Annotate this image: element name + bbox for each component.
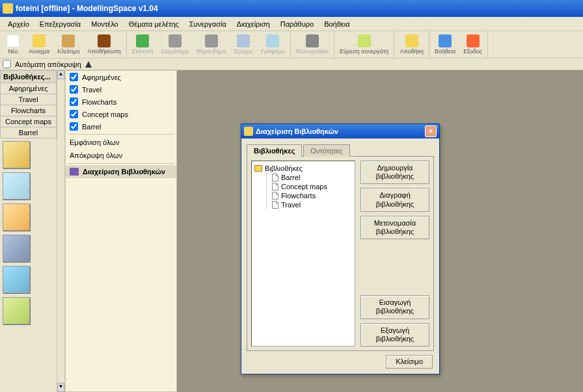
dialog-title: Διαχείριση Βιβλιοθηκών [256,127,338,135]
delete-library-button[interactable]: Διαγραφή βιβλιοθήκης [360,188,429,211]
library-tree[interactable]: Βιβλιοθήκες Barrel Concept maps Flowchar… [251,161,355,346]
manage-libraries-item[interactable]: Διαχείριση Βιβλιοθηκών [66,165,176,178]
loop-button[interactable]: Βρόχος [230,31,257,58]
checkbox[interactable] [70,73,78,81]
check-row[interactable]: Travel [66,83,176,96]
help-button[interactable]: Βοήθεια [431,31,459,58]
check-row[interactable]: Barrel [66,120,176,133]
library-header[interactable]: Βιβλιοθήκες... [0,70,57,83]
close-button[interactable]: Κλείσιμο [53,31,83,58]
dialog-titlebar[interactable]: Διαχείριση Βιβλιοθηκών × [241,124,439,138]
rename-library-button[interactable]: Μετονομασία βιβλιοθήκης [360,216,429,239]
exit-button[interactable]: Εξοδος [459,31,486,58]
checkbox[interactable] [70,110,78,118]
app-icon [3,3,13,14]
tree-root[interactable]: Βιβλιοθήκες [254,164,352,173]
save-button[interactable]: Αποθήκευση [84,31,125,58]
create-library-button[interactable]: Δημιουργία βιβλιοθήκης [360,161,429,184]
close-icon [62,34,75,47]
thumbnail-item[interactable] [3,141,30,168]
sidebar-tab-barrel[interactable]: Barrel [0,127,57,138]
checkbox[interactable] [70,85,78,94]
new-icon [7,34,20,47]
thumbnail-item[interactable] [3,297,30,324]
checkbox[interactable] [70,122,78,131]
dialog-tabs: Βιβλιοθήκες Οντότητες [247,144,434,156]
check-row[interactable]: Flowcharts [66,96,176,108]
warehouse-button[interactable]: Αποθήκη [396,31,427,58]
stop-icon [169,34,182,47]
thumbnail-item[interactable] [3,235,30,262]
thumbnail-item[interactable] [3,172,30,200]
check-row[interactable]: Concept maps [66,108,176,120]
new-button[interactable]: Νέο [1,31,25,58]
step-button[interactable]: Βήμα-βήμα [193,31,230,58]
thumbnail-scroll: ▲ ▼ [57,70,65,392]
find-partner-button[interactable]: Εύρεση συνεργάτη [336,31,393,58]
step-icon [205,34,218,47]
tree-item[interactable]: Travel [272,200,352,209]
tab-libraries[interactable]: Βιβλιοθήκες [247,144,302,157]
autohide-checkbox[interactable] [3,60,11,68]
file-icon [272,174,278,181]
file-icon [272,183,278,190]
menu-collab[interactable]: Συνεργασία [184,19,232,29]
tab-entities[interactable]: Οντότητες [303,144,349,157]
import-library-button[interactable]: Εισαγωγή βιβλιοθήκης [360,295,429,319]
dialog-icon [244,127,253,136]
play-icon [136,34,149,47]
hide-all-item[interactable]: Απόκρυψη όλων [66,149,176,162]
menu-help[interactable]: Βοήθεια [319,19,355,29]
tree-item[interactable]: Concept maps [272,182,352,191]
folder-icon [254,165,262,172]
menubar: Αρχείο Επεξεργασία Μοντέλο Θέματα μελέτη… [0,17,583,31]
thumbnail-item[interactable] [3,203,30,231]
menu-manage[interactable]: Διαχείριση [232,19,275,29]
books-icon [70,168,79,176]
autohide-label: Αυτόματη απόκρυψη [15,60,81,68]
sidebar-tab-abstract[interactable]: Αφηρημένες [0,83,57,94]
library-management-dialog: Διαχείριση Βιβλιοθηκών × Βιβλιοθήκες Οντ… [241,124,440,374]
file-icon [272,201,278,209]
open-icon [33,34,46,47]
magnifier-icon [358,34,371,47]
menu-model[interactable]: Μοντέλο [86,19,123,29]
tree-item[interactable]: Barrel [272,173,352,182]
file-icon [272,192,278,200]
scroll-up-icon[interactable]: ▲ [57,70,64,79]
exit-icon [467,34,480,47]
export-library-button[interactable]: Εξαγωγή βιβλιοθήκης [360,323,429,346]
loop-icon [237,34,250,47]
warehouse-icon [405,34,418,47]
checkbox[interactable] [70,98,78,106]
menu-window[interactable]: Παράθυρο [275,19,319,29]
help-icon [439,34,452,47]
stop-button[interactable]: Σταμάτημα [157,31,193,58]
thumbnail-item[interactable] [3,266,30,293]
scroll-down-icon[interactable]: ▼ [57,383,64,392]
menu-edit[interactable]: Επεξεργασία [34,19,86,29]
chart-icon [266,34,279,47]
thumbnail-list [0,138,57,392]
check-row[interactable]: Αφηρημένες [66,71,176,83]
tree-item[interactable]: Flowcharts [272,191,352,200]
library-options-panel: Αφηρημένες Travel Flowcharts Concept map… [65,70,177,392]
sub-toolbar: Αυτόματη απόκρυψη [0,59,583,70]
sidebar-tab-flowcharts[interactable]: Flowcharts [0,105,57,116]
library-sidebar: Βιβλιοθήκες... Αφηρημένες Travel Flowcha… [0,70,57,392]
triangle-icon[interactable] [84,60,93,69]
photo-button[interactable]: Φωτογραφία [292,31,332,58]
show-all-item[interactable]: Εμφάνιση όλων [66,136,176,149]
menu-topics[interactable]: Θέματα μελέτης [124,19,184,29]
window-titlebar: foteini [offline] - ModellingSpace v1.04 [0,0,583,17]
dialog-close-button[interactable]: × [425,125,437,137]
chart-button[interactable]: Γράφημα [257,31,289,58]
sidebar-tab-travel[interactable]: Travel [0,94,57,105]
svg-marker-0 [85,61,92,68]
dialog-close-footer-button[interactable]: Κλείσιμο [386,355,433,369]
open-button[interactable]: Ανοιγμα [25,31,53,58]
sidebar-tab-conceptmaps[interactable]: Concept maps [0,116,57,127]
toolbar: Νέο Ανοιγμα Κλείσιμο Αποθήκευση Εκίνηση … [0,31,583,59]
menu-file[interactable]: Αρχείο [3,19,34,29]
run-button[interactable]: Εκίνηση [128,31,157,58]
